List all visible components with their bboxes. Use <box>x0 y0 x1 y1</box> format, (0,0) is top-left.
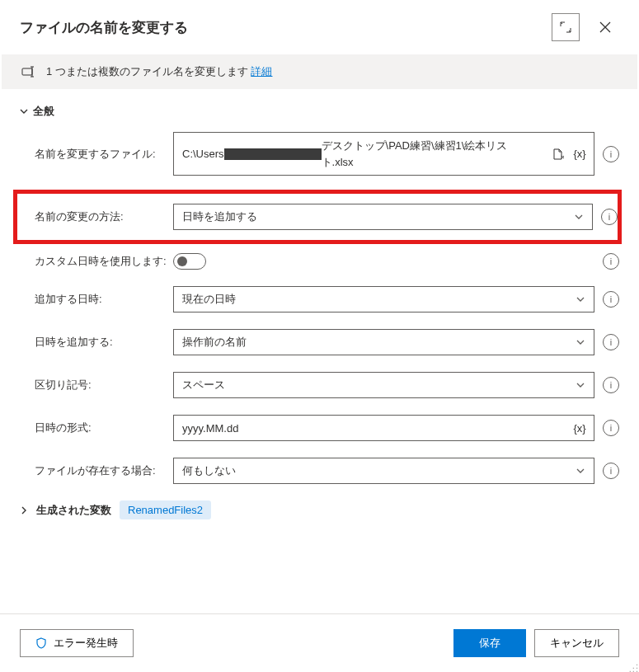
dialog-title: ファイルの名前を変更する <box>20 18 188 37</box>
variables-label: 生成された変数 <box>36 503 111 518</box>
close-icon <box>599 21 611 33</box>
sep-value: スペース <box>182 378 225 392</box>
add-dt-select[interactable]: 現在の日時 <box>173 286 594 313</box>
custom-dt-toggle[interactable] <box>173 253 206 270</box>
file-label: 名前を変更するファイル: <box>35 147 173 162</box>
format-value: yyyy.MM.dd <box>182 422 238 435</box>
sep-label: 区切り記号: <box>35 378 173 392</box>
help-icon[interactable]: i <box>603 463 619 479</box>
help-icon[interactable]: i <box>603 420 619 436</box>
banner-text: 1 つまたは複数のファイル名を変更します <box>46 65 248 78</box>
sep-select[interactable]: スペース <box>173 372 594 398</box>
file-input[interactable]: C:\Usersデスクトップ\PAD練習\練習1\絵本リスト.xlsx {x} <box>173 132 594 176</box>
file-value-post: デスクトップ\PAD練習\練習1\絵本リスト.xlsx <box>322 138 536 170</box>
help-icon[interactable]: i <box>603 146 619 162</box>
where-value: 操作前の名前 <box>182 335 247 350</box>
rename-icon <box>21 65 36 78</box>
expand-icon <box>560 21 571 33</box>
header-actions <box>552 13 619 41</box>
add-dt-value: 現在の日時 <box>182 292 236 307</box>
custom-dt-label: カスタム日時を使用します: <box>35 254 173 269</box>
redacted-block <box>224 148 322 160</box>
method-select[interactable]: 日時を追加する <box>173 204 593 230</box>
generated-variables-row[interactable]: 生成された変数 RenamedFiles2 <box>20 500 619 519</box>
format-input[interactable]: yyyy.MM.dd {x} <box>173 415 594 441</box>
expand-button[interactable] <box>552 13 580 41</box>
help-icon[interactable]: i <box>603 291 619 308</box>
exists-label: ファイルが存在する場合: <box>35 463 173 478</box>
variable-chip[interactable]: RenamedFiles2 <box>120 500 211 519</box>
cancel-button[interactable]: キャンセル <box>534 629 619 657</box>
chevron-down-icon <box>576 294 585 304</box>
variable-picker-icon[interactable]: {x} <box>572 421 587 435</box>
chevron-down-icon <box>574 212 584 222</box>
help-icon[interactable]: i <box>603 334 619 350</box>
variable-picker-icon[interactable]: {x} <box>572 147 587 162</box>
toggle-knob <box>177 256 187 266</box>
banner-details-link[interactable]: 詳細 <box>251 65 272 78</box>
save-button[interactable]: 保存 <box>453 629 526 657</box>
help-icon[interactable]: i <box>603 253 619 270</box>
help-icon[interactable]: i <box>601 209 618 225</box>
chevron-down-icon <box>576 466 585 476</box>
help-icon[interactable]: i <box>603 377 619 393</box>
chevron-down-icon <box>576 380 585 390</box>
format-label: 日時の形式: <box>35 421 173 435</box>
file-value-pre: C:\Users <box>182 146 224 162</box>
shield-icon <box>35 637 47 649</box>
on-error-label: エラー発生時 <box>54 636 118 651</box>
chevron-down-icon <box>20 107 28 115</box>
svg-rect-0 <box>22 68 32 75</box>
where-label: 日時を追加する: <box>35 335 173 350</box>
section-general-title: 全般 <box>33 104 54 119</box>
exists-value: 何もしない <box>182 463 236 478</box>
method-label: 名前の変更の方法: <box>35 209 173 224</box>
method-value: 日時を追加する <box>182 209 257 224</box>
close-button[interactable] <box>591 13 619 41</box>
rename-method-row: 名前の変更の方法: 日時を追加する i <box>16 192 619 242</box>
chevron-right-icon <box>20 506 28 515</box>
file-picker-icon[interactable] <box>551 147 566 162</box>
on-error-button[interactable]: エラー発生時 <box>20 629 134 657</box>
section-general-header[interactable]: 全般 <box>20 104 619 119</box>
resize-grip-icon[interactable]: .. .. . . <box>629 660 637 670</box>
chevron-down-icon <box>576 337 585 347</box>
add-dt-label: 追加する日時: <box>35 292 173 307</box>
info-banner: 1 つまたは複数のファイル名を変更します 詳細 <box>2 54 637 89</box>
exists-select[interactable]: 何もしない <box>173 458 594 484</box>
where-select[interactable]: 操作前の名前 <box>173 329 594 355</box>
